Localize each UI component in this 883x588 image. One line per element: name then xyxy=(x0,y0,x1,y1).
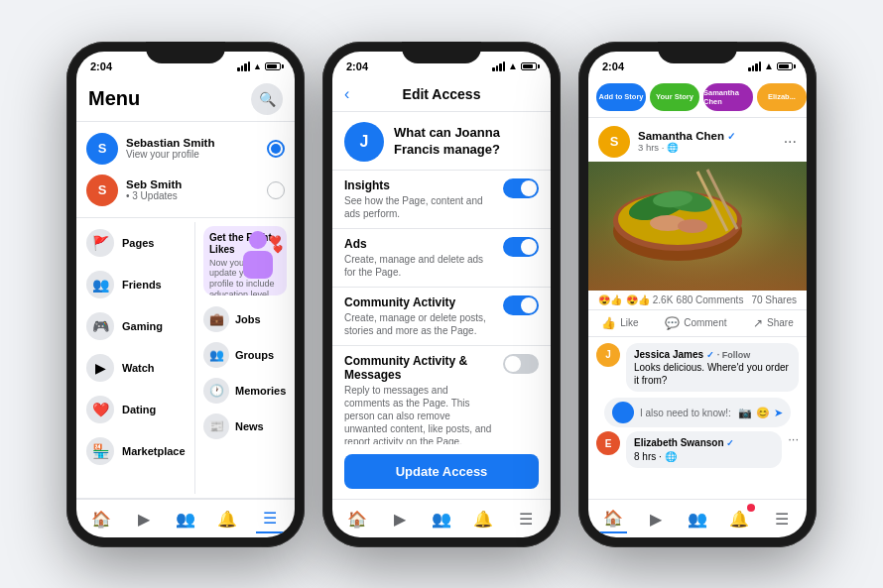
nav-home-2[interactable]: 🏠 xyxy=(343,506,371,533)
side-item-news[interactable]: 📰 News xyxy=(203,409,287,444)
nav-friends-2[interactable]: 👥 xyxy=(428,506,455,533)
nav-home-3[interactable]: 🏠 xyxy=(599,506,627,533)
phone-3: 2:04 ▲ Add to Story Your Story xyxy=(578,42,817,547)
elizabeth-name: Elizabeth Swanson xyxy=(634,437,724,448)
access-desc-ads: Create, manage and delete ads for the Pa… xyxy=(344,253,495,279)
food-bowl xyxy=(588,162,807,291)
nav-bell-1[interactable]: 🔔 xyxy=(213,506,241,533)
share-label: Share xyxy=(767,317,794,328)
elizabeth-comment-bubble: Elizabeth Swanson ✓ 8 hrs · 🌐 xyxy=(626,431,782,468)
side-item-memories[interactable]: 🕐 Memories xyxy=(203,373,287,409)
comment-section: J Jessica James ✓ · Follow Looks delicio… xyxy=(588,337,807,480)
profile-item-2[interactable]: S Seb Smith • 3 Updates xyxy=(86,170,285,211)
menu-label-watch: Watch xyxy=(122,362,155,374)
toggle-insights[interactable] xyxy=(503,178,539,198)
edit-access-title: Edit Access xyxy=(368,86,515,102)
menu-item-gaming[interactable]: 🎮 Gaming xyxy=(76,305,194,347)
menu-item-dating[interactable]: ❤️ Dating xyxy=(76,389,194,430)
comment-input-row[interactable]: I also need to know!: 📷 😊 ➤ xyxy=(604,398,791,427)
back-button[interactable]: ‹ xyxy=(344,85,368,103)
screen-3: 2:04 ▲ Add to Story Your Story xyxy=(588,52,807,537)
comment-button[interactable]: 💬 Comment xyxy=(657,312,734,334)
menu-label-friends: Friends xyxy=(122,279,162,291)
profile-section: S Sebastian Smith View your profile S Se… xyxy=(76,122,295,218)
nav-bell-3[interactable]: 🔔 xyxy=(725,506,753,533)
access-item-insights: Insights See how the Page, content and a… xyxy=(332,171,551,229)
menu-item-friends[interactable]: 👥 Friends xyxy=(76,264,194,305)
nav-friends-1[interactable]: 👥 xyxy=(172,506,199,533)
search-button[interactable]: 🔍 xyxy=(251,83,283,115)
who-section: J What can Joanna Francis manage? xyxy=(332,112,551,171)
story-samantha[interactable]: Samantha Chen xyxy=(703,83,753,111)
toggle-messages[interactable] xyxy=(503,354,539,374)
update-access-button[interactable]: Update Access xyxy=(344,454,539,489)
like-button[interactable]: 👍 Like xyxy=(593,312,646,334)
elizabeth-more-button[interactable]: ··· xyxy=(788,431,799,468)
post-more-button[interactable]: ··· xyxy=(784,133,797,151)
wifi-icon-3: ▲ xyxy=(764,60,774,71)
menu-item-pages[interactable]: 🚩 Pages xyxy=(76,222,194,264)
toggle-community[interactable] xyxy=(503,295,539,315)
menu-grid: 🚩 Pages 👥 Friends 🎮 Gaming ▶ Watch xyxy=(76,218,295,499)
nav-watch-1[interactable]: ▶ xyxy=(130,506,158,533)
promo-card[interactable]: Get the Right Likes Now you can update y… xyxy=(203,226,287,295)
menu-item-marketplace[interactable]: 🏪 Marketplace xyxy=(76,430,194,472)
post-actions: 👍 Like 💬 Comment ↗ Share xyxy=(588,310,807,337)
promo-illustration: ❤️ ❤️ xyxy=(233,226,283,295)
nav-menu-1[interactable]: ☰ xyxy=(256,506,284,533)
side-item-groups[interactable]: 👥 Groups xyxy=(203,337,287,373)
menu-label-gaming: Gaming xyxy=(122,320,163,332)
emoji-icon[interactable]: 😊 xyxy=(756,407,770,419)
post-meta: 3 hrs · 🌐 xyxy=(638,142,735,153)
menu-item-watch[interactable]: ▶ Watch xyxy=(76,347,194,389)
profile-item-1[interactable]: S Sebastian Smith View your profile xyxy=(86,128,285,170)
nav-menu-3[interactable]: ☰ xyxy=(768,506,796,533)
menu-left: 🚩 Pages 👥 Friends 🎮 Gaming ▶ Watch xyxy=(76,222,195,494)
profile-name-1: Sebastian Smith xyxy=(126,137,259,149)
profile-sub-1: View your profile xyxy=(126,149,259,160)
comment-input-avatar xyxy=(612,402,634,423)
nav-menu-2[interactable]: ☰ xyxy=(512,506,540,533)
comment-jessica: J Jessica James ✓ · Follow Looks delicio… xyxy=(596,343,799,393)
toggle-ads[interactable] xyxy=(503,237,539,257)
comment-label: Comment xyxy=(684,317,726,328)
camera-icon[interactable]: 📷 xyxy=(738,407,752,419)
status-icons-1: ▲ xyxy=(237,61,281,71)
nav-friends-3[interactable]: 👥 xyxy=(684,506,711,533)
post-image xyxy=(588,162,807,291)
jessica-follow[interactable]: · Follow xyxy=(717,350,751,360)
battery-icon-3 xyxy=(777,62,793,70)
send-icon[interactable]: ➤ xyxy=(774,407,783,419)
story-add[interactable]: Add to Story xyxy=(596,83,646,111)
screen-1: 2:04 ▲ Menu 🔍 S xyxy=(76,52,295,537)
access-label-community: Community Activity xyxy=(344,295,495,309)
jessica-name: Jessica James xyxy=(634,349,703,360)
notch-2 xyxy=(402,42,481,63)
comment-input-field[interactable]: I also need to know!: xyxy=(640,408,732,418)
nav-watch-3[interactable]: ▶ xyxy=(642,506,670,533)
who-question: What can Joanna Francis manage? xyxy=(394,125,539,159)
nav-home-1[interactable]: 🏠 xyxy=(87,506,115,533)
like-icon: 👍 xyxy=(601,316,616,330)
access-desc-community: Create, manage or delete posts, stories … xyxy=(344,311,495,337)
side-label-groups: Groups xyxy=(235,349,274,361)
reaction-count: 😍👍 2.6K xyxy=(626,294,673,305)
access-item-ads: Ads Create, manage and delete ads for th… xyxy=(332,229,551,288)
profile-name-2: Seb Smith xyxy=(126,178,259,190)
comment-icon: 💬 xyxy=(665,316,680,330)
jessica-comment-bubble: Jessica James ✓ · Follow Looks delicious… xyxy=(626,343,799,393)
share-icon: ↗ xyxy=(753,316,763,330)
notification-badge xyxy=(747,504,755,512)
time-1: 2:04 xyxy=(90,60,112,72)
share-button[interactable]: ↗ Share xyxy=(745,312,802,334)
side-item-jobs[interactable]: 💼 Jobs xyxy=(203,301,287,337)
access-desc-messages: Reply to messages and comments as the Pa… xyxy=(344,384,495,444)
access-list: Insights See how the Page, content and a… xyxy=(332,171,551,444)
profile-sub-2: • 3 Updates xyxy=(126,190,259,201)
nav-watch-2[interactable]: ▶ xyxy=(386,506,414,533)
story-elizabeth[interactable]: Elizab... xyxy=(757,83,807,111)
nav-bell-2[interactable]: 🔔 xyxy=(469,506,497,533)
elizabeth-avatar: E xyxy=(596,431,620,455)
elizabeth-meta: 8 hrs · 🌐 xyxy=(634,450,774,463)
story-your[interactable]: Your Story xyxy=(650,83,699,111)
